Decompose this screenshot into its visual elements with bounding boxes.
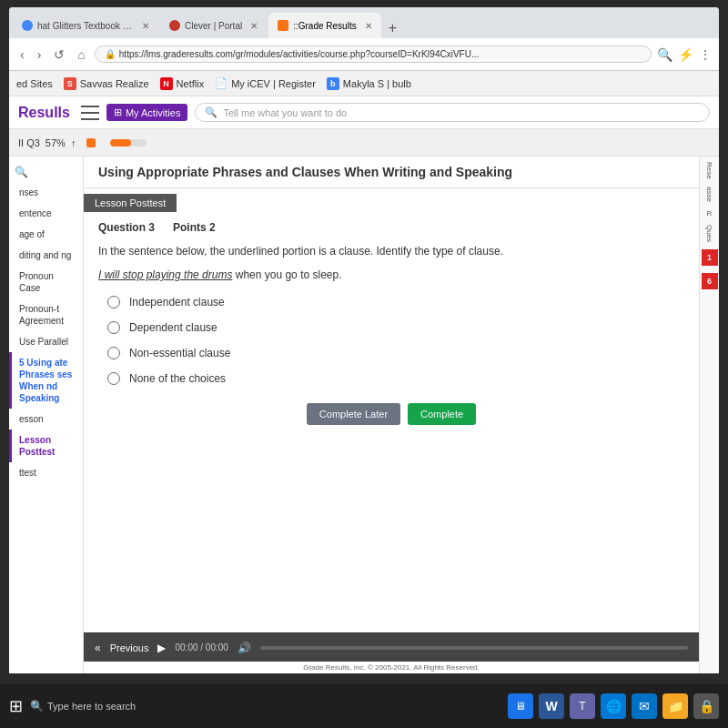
sidebar-label-pronoun-case: Pronoun Case	[19, 271, 54, 293]
option-independent[interactable]: Independent clause	[107, 296, 684, 308]
extensions-icon[interactable]: ⚡	[678, 47, 693, 62]
audio-progress-track[interactable]	[260, 646, 688, 650]
taskbar: ⊞ 🔍 Type here to search 🖥 W T 🌐 ✉ 📁	[0, 684, 728, 728]
taskbar-icon-security[interactable]: 🔒	[693, 693, 719, 719]
progress-arrow: ↑	[71, 137, 76, 148]
back-button[interactable]: ‹	[16, 46, 28, 64]
taskbar-icon-word[interactable]: W	[539, 693, 564, 719]
grid-icon: ⊞	[114, 106, 122, 118]
tab-hat-glitters[interactable]: hat Glitters Textbook Unit 4 ✕	[13, 13, 158, 38]
sidebar-item-using[interactable]: 5 Using ate Phrases ses When nd Speaking	[9, 352, 83, 409]
r-label: R	[707, 209, 713, 217]
reset-label: Rese	[705, 162, 713, 179]
radio-nonessential[interactable]	[107, 347, 120, 359]
volume-icon[interactable]: 🔊	[238, 642, 251, 654]
windows-start-icon[interactable]: ⊞	[9, 696, 23, 716]
total-time: 00:00	[206, 642, 228, 652]
unit-label: II Q3	[18, 137, 40, 148]
sidebar-item-nses[interactable]: nses	[9, 182, 83, 203]
sidebar-search-icon: 🔍	[15, 166, 28, 178]
nav-icons: 🔍 ⚡ ⋮	[657, 47, 712, 62]
gr-search-bar[interactable]: 🔍 Tell me what you want to do	[195, 103, 710, 122]
bottom-bar: « Previous ▶ 00:00 / 00:00 🔊	[84, 632, 699, 662]
option-nonessential[interactable]: Non-essential clause	[107, 347, 684, 359]
taskbar-icon-teams[interactable]: T	[570, 693, 595, 719]
taskbar-icon-edge[interactable]: 🌐	[601, 693, 626, 719]
reset-assess-label: asse	[705, 187, 713, 202]
url-bar[interactable]: 🔒 https://lms.graderesults.com/gr/module…	[95, 46, 652, 63]
radio-independent[interactable]	[107, 296, 120, 308]
sidebar-search[interactable]: 🔍	[9, 162, 83, 182]
bookmark-ed-sites[interactable]: ed Sites	[16, 78, 53, 89]
gr-content: Using Appropriate Phrases and Clauses Wh…	[84, 157, 699, 673]
tab-close-3[interactable]: ✕	[365, 21, 372, 31]
edge-icon: 🌐	[606, 699, 622, 713]
taskbar-icon-monitor[interactable]: 🖥	[508, 693, 533, 719]
prev-arrows: «	[95, 642, 101, 654]
sidebar-label-entence: entence	[19, 208, 52, 218]
radio-dependent[interactable]	[107, 321, 120, 334]
taskbar-search-label: Type here to search	[47, 701, 136, 712]
gr-sidebar: 🔍 nses entence age of diting and ng	[9, 157, 84, 673]
option-none[interactable]: None of the choices	[107, 372, 684, 385]
my-activities-button[interactable]: ⊞ My Activities	[106, 104, 188, 121]
question-number: Question 3	[98, 221, 155, 234]
new-tab-button[interactable]: +	[383, 20, 402, 36]
home-button[interactable]: ⌂	[74, 46, 88, 64]
tab-favicon-2	[169, 20, 180, 31]
tab-close-1[interactable]: ✕	[142, 21, 149, 31]
bookmarks-bar: ed Sites S Savvas Realize N Netflix 📄 My…	[9, 71, 719, 96]
complete-button[interactable]: Complete	[408, 403, 476, 425]
menu-line-3	[81, 118, 99, 120]
search-icon-gr: 🔍	[205, 106, 217, 118]
hamburger-menu[interactable]	[81, 106, 99, 120]
gr-logo: Resulls	[18, 105, 70, 121]
tab-grade-results[interactable]: ::Grade Results ✕	[268, 13, 380, 38]
bookmark-netflix[interactable]: N Netflix	[160, 77, 205, 90]
progress-bar	[110, 139, 147, 147]
taskbar-icons: 🖥 W T 🌐 ✉ 📁 🔒	[508, 693, 719, 719]
option-dependent[interactable]: Dependent clause	[107, 321, 684, 334]
bookmark-icev[interactable]: 📄 My iCEV | Register	[215, 77, 316, 89]
netflix-icon: N	[160, 77, 173, 90]
sidebar-item-parallel[interactable]: Use Parallel	[9, 331, 83, 352]
tab-close-2[interactable]: ✕	[250, 21, 258, 31]
tab-clever[interactable]: Clever | Portal ✕	[160, 13, 267, 38]
taskbar-icon-explorer[interactable]: 📁	[662, 693, 688, 719]
sidebar-item-lesson[interactable]: esson	[9, 409, 83, 430]
address-bar: ‹ › ↺ ⌂ 🔒 https://lms.graderesults.com/g…	[9, 38, 719, 71]
menu-line-2	[81, 112, 99, 114]
sentence-text: I will stop playing the drums when you g…	[98, 268, 684, 281]
taskbar-search[interactable]: 🔍 Type here to search	[30, 700, 136, 713]
sidebar-item-entence[interactable]: entence	[9, 203, 83, 224]
sidebar-item-ttest[interactable]: ttest	[9, 462, 83, 483]
underlined-portion: I will stop playing the drums	[98, 268, 232, 281]
reload-button[interactable]: ↺	[50, 46, 68, 64]
ques-label: Ques	[705, 225, 713, 242]
sidebar-item-editing[interactable]: diting and ng	[9, 245, 83, 266]
radio-none[interactable]	[107, 372, 120, 385]
posttest-tab: Lesson Posttest	[84, 194, 177, 212]
sidebar-item-posttest[interactable]: Lesson Posttest	[9, 430, 83, 462]
security-icon: 🔒	[699, 699, 714, 713]
badge-1[interactable]: 1	[702, 249, 718, 266]
sidebar-item-age[interactable]: age of	[9, 224, 83, 245]
bookmark-savvas[interactable]: S Savvas Realize	[64, 77, 149, 90]
menu-icon[interactable]: ⋮	[699, 47, 712, 62]
progress-indicator	[86, 138, 96, 147]
lesson-title-bar: Using Appropriate Phrases and Clauses Wh…	[84, 157, 699, 188]
search-icon[interactable]: 🔍	[657, 47, 672, 62]
sidebar-item-pronoun-case[interactable]: Pronoun Case	[9, 266, 83, 298]
taskbar-icon-mail[interactable]: ✉	[632, 693, 657, 719]
bookmark-makyla[interactable]: b Makyla S | bulb	[327, 77, 411, 90]
gr-main: 🔍 nses entence age of diting and ng	[9, 157, 719, 673]
badge-6[interactable]: 6	[702, 273, 718, 289]
sidebar-label-parallel: Use Parallel	[19, 337, 68, 347]
sidebar-item-pronoun-agree[interactable]: Pronoun-t Agreement	[9, 298, 83, 331]
play-button[interactable]: ▶	[157, 642, 166, 654]
complete-later-button[interactable]: Complete Later	[307, 403, 400, 425]
answer-options: Independent clause Dependent clause Non-…	[107, 296, 684, 385]
question-header: Question 3 Points 2	[98, 221, 684, 234]
previous-button[interactable]: Previous	[110, 642, 149, 653]
forward-button[interactable]: ›	[34, 46, 46, 64]
